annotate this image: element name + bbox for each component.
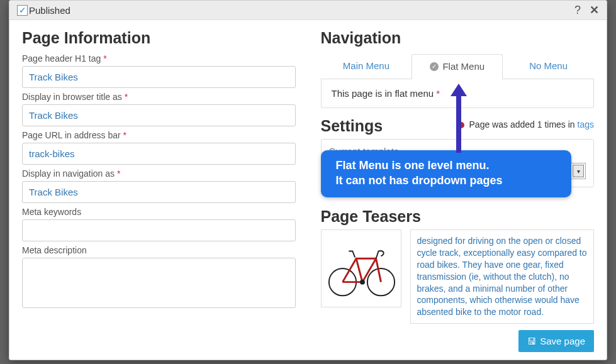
tags-note: Page was added 1 times in tags <box>458 119 594 130</box>
teaser-text[interactable]: designed for driving on the open or clos… <box>410 229 595 324</box>
modal-header: ✓ Published ? ✕ <box>9 1 607 20</box>
url-label: Page URL in address bar * <box>22 130 296 140</box>
tab-flat-menu[interactable]: ✓ Flat Menu <box>412 54 503 79</box>
published-checkbox[interactable]: ✓ Published <box>17 5 70 16</box>
chevron-down-icon: ▾ <box>573 165 584 177</box>
save-page-button[interactable]: 🖫 Save page <box>518 330 594 352</box>
bicycle-icon <box>324 234 398 303</box>
meta-keywords-label: Meta keywords <box>22 207 296 217</box>
published-label: Published <box>29 5 70 16</box>
meta-description-label: Meta description <box>22 245 296 255</box>
teaser-image[interactable] <box>321 229 401 307</box>
page-type-select[interactable]: ▾ <box>571 163 586 179</box>
svg-point-1 <box>367 268 394 295</box>
save-icon: 🖫 <box>527 336 536 346</box>
meta-description-input[interactable] <box>22 258 296 308</box>
modal-footer: 🖫 Save page <box>9 326 607 360</box>
h1-input[interactable] <box>22 66 296 88</box>
browser-title-input[interactable] <box>22 104 296 126</box>
page-edit-modal: ✓ Published ? ✕ Page Information Page he… <box>9 0 607 360</box>
tags-link[interactable]: tags <box>578 119 594 130</box>
url-input[interactable] <box>22 143 296 165</box>
settings-heading: Settings <box>321 117 383 135</box>
close-icon[interactable]: ✕ <box>590 4 599 16</box>
tab-no-menu[interactable]: No Menu <box>503 53 594 79</box>
navigation-heading: Navigation <box>321 29 595 47</box>
checkmark-icon: ✓ <box>17 5 28 16</box>
navigation-tabs: Main Menu ✓ Flat Menu No Menu <box>321 53 595 79</box>
annotation-arrow-icon <box>453 84 464 153</box>
meta-keywords-input[interactable] <box>22 219 296 241</box>
page-teasers-heading: Page Teasers <box>321 207 595 226</box>
help-icon[interactable]: ? <box>574 4 581 16</box>
right-panel: Navigation Main Menu ✓ Flat Menu No Menu… <box>321 29 595 321</box>
svg-point-2 <box>360 280 365 285</box>
h1-label: Page header H1 tag * <box>22 53 296 63</box>
browser-title-label: Display in browser title as * <box>22 92 296 102</box>
nav-display-label: Display in navigation as * <box>22 168 296 179</box>
check-circle-icon: ✓ <box>430 62 439 71</box>
tab-main-menu[interactable]: Main Menu <box>321 53 412 79</box>
page-information-heading: Page Information <box>22 29 296 47</box>
nav-display-input[interactable] <box>22 181 296 203</box>
annotation-callout: Flat Menu is one level menu. It can not … <box>321 150 571 197</box>
page-information-panel: Page Information Page header H1 tag * Di… <box>22 29 296 321</box>
